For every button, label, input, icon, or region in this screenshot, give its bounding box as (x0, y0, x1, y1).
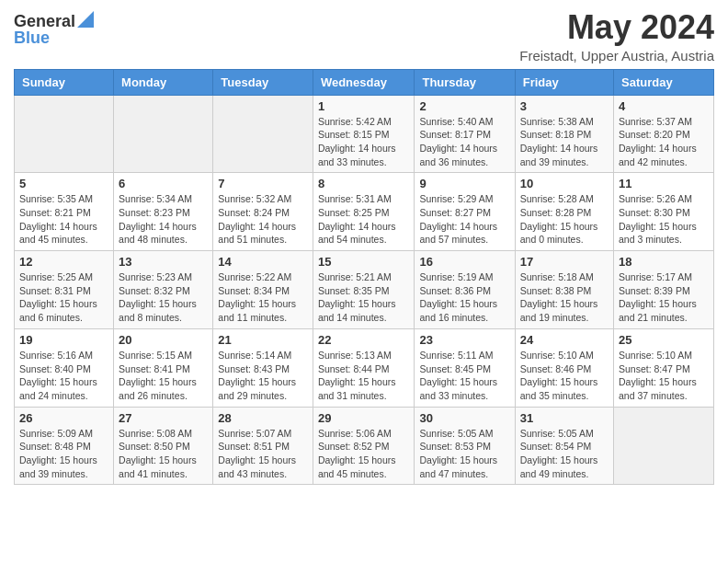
calendar-cell: 3Sunrise: 5:38 AM Sunset: 8:18 PM Daylig… (515, 95, 613, 173)
cell-sun-info: Sunrise: 5:34 AM Sunset: 8:23 PM Dayligh… (119, 192, 208, 247)
cell-sun-info: Sunrise: 5:21 AM Sunset: 8:35 PM Dayligh… (318, 270, 410, 325)
calendar-cell: 28Sunrise: 5:07 AM Sunset: 8:51 PM Dayli… (213, 407, 313, 485)
cell-day-number: 12 (19, 255, 108, 269)
calendar-cell: 18Sunrise: 5:17 AM Sunset: 8:39 PM Dayli… (614, 251, 714, 329)
cell-sun-info: Sunrise: 5:10 AM Sunset: 8:46 PM Dayligh… (520, 349, 609, 403)
cell-day-number: 23 (419, 333, 509, 347)
cell-sun-info: Sunrise: 5:10 AM Sunset: 8:47 PM Dayligh… (619, 349, 709, 403)
calendar-cell: 30Sunrise: 5:05 AM Sunset: 8:53 PM Dayli… (415, 407, 515, 485)
cell-day-number: 5 (19, 177, 108, 190)
cell-sun-info: Sunrise: 5:25 AM Sunset: 8:31 PM Dayligh… (19, 270, 108, 325)
calendar-cell: 29Sunrise: 5:06 AM Sunset: 8:52 PM Dayli… (313, 407, 415, 485)
cell-sun-info: Sunrise: 5:28 AM Sunset: 8:28 PM Dayligh… (520, 192, 609, 247)
logo: General Blue (14, 13, 94, 48)
weekday-row: SundayMondayTuesdayWednesdayThursdayFrid… (15, 69, 714, 95)
calendar-cell: 7Sunrise: 5:32 AM Sunset: 8:24 PM Daylig… (213, 173, 313, 251)
cell-day-number: 25 (619, 333, 709, 347)
cell-day-number: 26 (19, 411, 108, 425)
weekday-header-friday: Friday (515, 69, 613, 95)
cell-sun-info: Sunrise: 5:19 AM Sunset: 8:36 PM Dayligh… (419, 270, 509, 325)
cell-day-number: 15 (318, 255, 410, 269)
cell-day-number: 7 (218, 177, 308, 190)
calendar-cell: 6Sunrise: 5:34 AM Sunset: 8:23 PM Daylig… (114, 173, 213, 251)
cell-day-number: 4 (619, 99, 709, 113)
cell-day-number: 13 (119, 255, 208, 269)
calendar-cell: 31Sunrise: 5:05 AM Sunset: 8:54 PM Dayli… (515, 407, 613, 485)
cell-sun-info: Sunrise: 5:15 AM Sunset: 8:41 PM Dayligh… (119, 349, 208, 403)
cell-day-number: 17 (520, 255, 609, 269)
calendar-cell (213, 95, 313, 173)
calendar-week-row: 26Sunrise: 5:09 AM Sunset: 8:48 PM Dayli… (15, 407, 714, 485)
month-title: May 2024 (519, 9, 714, 46)
location-title: Freistadt, Upper Austria, Austria (519, 48, 714, 63)
cell-sun-info: Sunrise: 5:08 AM Sunset: 8:50 PM Dayligh… (119, 427, 208, 481)
calendar-cell: 20Sunrise: 5:15 AM Sunset: 8:41 PM Dayli… (114, 328, 213, 407)
cell-day-number: 22 (318, 333, 410, 347)
cell-sun-info: Sunrise: 5:31 AM Sunset: 8:25 PM Dayligh… (318, 192, 410, 247)
calendar-cell: 8Sunrise: 5:31 AM Sunset: 8:25 PM Daylig… (313, 173, 415, 251)
cell-sun-info: Sunrise: 5:32 AM Sunset: 8:24 PM Dayligh… (218, 192, 308, 247)
cell-day-number: 14 (218, 255, 308, 269)
cell-day-number: 19 (19, 333, 108, 347)
header: General Blue May 2024 Freistadt, Upper A… (14, 9, 714, 63)
cell-day-number: 18 (619, 255, 709, 269)
calendar-cell: 5Sunrise: 5:35 AM Sunset: 8:21 PM Daylig… (15, 173, 114, 251)
cell-day-number: 24 (520, 333, 609, 347)
cell-sun-info: Sunrise: 5:16 AM Sunset: 8:40 PM Dayligh… (19, 349, 108, 403)
calendar-cell: 17Sunrise: 5:18 AM Sunset: 8:38 PM Dayli… (515, 251, 613, 329)
calendar-body: 1Sunrise: 5:42 AM Sunset: 8:15 PM Daylig… (15, 95, 714, 485)
cell-day-number: 29 (318, 411, 410, 425)
logo-triangle-icon (77, 11, 94, 28)
calendar-cell: 22Sunrise: 5:13 AM Sunset: 8:44 PM Dayli… (313, 328, 415, 407)
calendar-cell: 15Sunrise: 5:21 AM Sunset: 8:35 PM Dayli… (313, 251, 415, 329)
cell-day-number: 10 (520, 177, 609, 190)
cell-sun-info: Sunrise: 5:13 AM Sunset: 8:44 PM Dayligh… (318, 349, 410, 403)
cell-sun-info: Sunrise: 5:22 AM Sunset: 8:34 PM Dayligh… (218, 270, 308, 325)
weekday-header-tuesday: Tuesday (213, 69, 313, 95)
cell-sun-info: Sunrise: 5:38 AM Sunset: 8:18 PM Dayligh… (520, 115, 609, 169)
cell-sun-info: Sunrise: 5:17 AM Sunset: 8:39 PM Dayligh… (619, 270, 709, 325)
calendar-table: SundayMondayTuesdayWednesdayThursdayFrid… (14, 69, 714, 486)
calendar-cell: 10Sunrise: 5:28 AM Sunset: 8:28 PM Dayli… (515, 173, 613, 251)
calendar-cell (114, 95, 213, 173)
weekday-header-wednesday: Wednesday (313, 69, 415, 95)
cell-sun-info: Sunrise: 5:09 AM Sunset: 8:48 PM Dayligh… (19, 427, 108, 481)
calendar-cell: 9Sunrise: 5:29 AM Sunset: 8:27 PM Daylig… (415, 173, 515, 251)
calendar-cell: 12Sunrise: 5:25 AM Sunset: 8:31 PM Dayli… (15, 251, 114, 329)
calendar-cell: 25Sunrise: 5:10 AM Sunset: 8:47 PM Dayli… (614, 328, 714, 407)
cell-sun-info: Sunrise: 5:06 AM Sunset: 8:52 PM Dayligh… (318, 427, 410, 481)
cell-day-number: 16 (419, 255, 509, 269)
cell-day-number: 31 (520, 411, 609, 425)
calendar-cell: 4Sunrise: 5:37 AM Sunset: 8:20 PM Daylig… (614, 95, 714, 173)
cell-day-number: 3 (520, 99, 609, 113)
calendar-week-row: 12Sunrise: 5:25 AM Sunset: 8:31 PM Dayli… (15, 251, 714, 329)
calendar-cell: 16Sunrise: 5:19 AM Sunset: 8:36 PM Dayli… (415, 251, 515, 329)
calendar-week-row: 5Sunrise: 5:35 AM Sunset: 8:21 PM Daylig… (15, 173, 714, 251)
cell-sun-info: Sunrise: 5:29 AM Sunset: 8:27 PM Dayligh… (419, 192, 509, 247)
cell-sun-info: Sunrise: 5:05 AM Sunset: 8:54 PM Dayligh… (520, 427, 609, 481)
cell-sun-info: Sunrise: 5:07 AM Sunset: 8:51 PM Dayligh… (218, 427, 308, 481)
calendar-cell: 11Sunrise: 5:26 AM Sunset: 8:30 PM Dayli… (614, 173, 714, 251)
calendar-header: SundayMondayTuesdayWednesdayThursdayFrid… (15, 69, 714, 95)
logo-text-line2: Blue (14, 29, 94, 48)
cell-sun-info: Sunrise: 5:05 AM Sunset: 8:53 PM Dayligh… (419, 427, 509, 481)
calendar-cell: 13Sunrise: 5:23 AM Sunset: 8:32 PM Dayli… (114, 251, 213, 329)
cell-sun-info: Sunrise: 5:23 AM Sunset: 8:32 PM Dayligh… (119, 270, 208, 325)
cell-day-number: 11 (619, 177, 709, 190)
cell-day-number: 9 (419, 177, 509, 190)
calendar-cell: 27Sunrise: 5:08 AM Sunset: 8:50 PM Dayli… (114, 407, 213, 485)
calendar-cell: 14Sunrise: 5:22 AM Sunset: 8:34 PM Dayli… (213, 251, 313, 329)
weekday-header-saturday: Saturday (614, 69, 714, 95)
cell-day-number: 8 (318, 177, 410, 190)
cell-sun-info: Sunrise: 5:40 AM Sunset: 8:17 PM Dayligh… (419, 115, 509, 169)
calendar-cell: 21Sunrise: 5:14 AM Sunset: 8:43 PM Dayli… (213, 328, 313, 407)
cell-day-number: 27 (119, 411, 208, 425)
calendar-week-row: 19Sunrise: 5:16 AM Sunset: 8:40 PM Dayli… (15, 328, 714, 407)
calendar-week-row: 1Sunrise: 5:42 AM Sunset: 8:15 PM Daylig… (15, 95, 714, 173)
calendar-cell: 24Sunrise: 5:10 AM Sunset: 8:46 PM Dayli… (515, 328, 613, 407)
calendar-cell: 19Sunrise: 5:16 AM Sunset: 8:40 PM Dayli… (15, 328, 114, 407)
cell-day-number: 20 (119, 333, 208, 347)
title-area: May 2024 Freistadt, Upper Austria, Austr… (519, 9, 714, 63)
calendar-cell: 1Sunrise: 5:42 AM Sunset: 8:15 PM Daylig… (313, 95, 415, 173)
calendar-cell: 26Sunrise: 5:09 AM Sunset: 8:48 PM Dayli… (15, 407, 114, 485)
